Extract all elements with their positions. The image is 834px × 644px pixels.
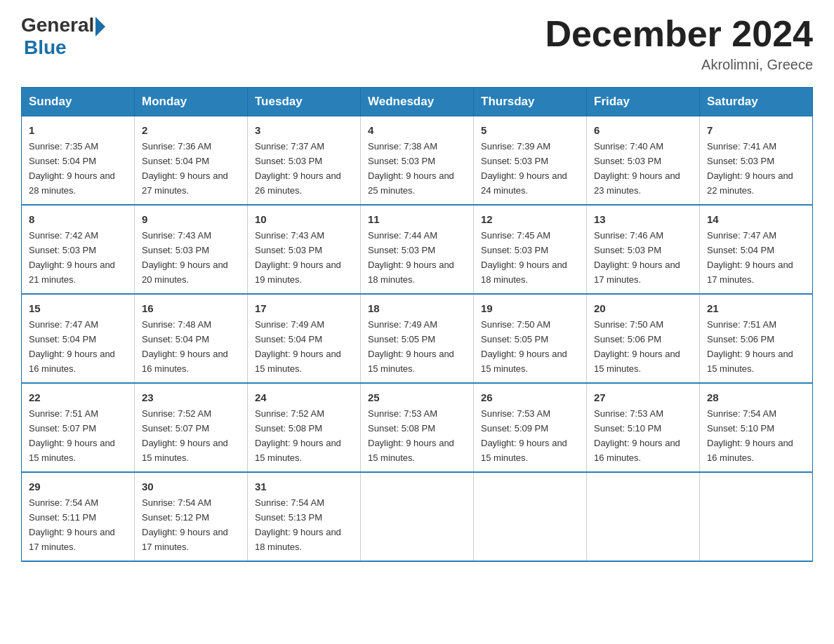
calendar-cell: 11 Sunrise: 7:44 AMSunset: 5:03 PMDaylig… <box>361 205 474 294</box>
day-number: 27 <box>594 389 692 405</box>
day-info: Sunrise: 7:54 AMSunset: 5:13 PMDaylight:… <box>255 497 341 552</box>
day-number: 16 <box>142 300 240 316</box>
calendar-cell <box>587 472 700 561</box>
day-number: 26 <box>481 389 579 405</box>
day-info: Sunrise: 7:54 AMSunset: 5:12 PMDaylight:… <box>142 497 228 552</box>
days-of-week-row: Sunday Monday Tuesday Wednesday Thursday… <box>22 88 813 116</box>
day-number: 24 <box>255 389 353 405</box>
calendar-cell: 29 Sunrise: 7:54 AMSunset: 5:11 PMDaylig… <box>22 472 135 561</box>
day-info: Sunrise: 7:52 AMSunset: 5:07 PMDaylight:… <box>142 408 228 463</box>
col-saturday: Saturday <box>700 88 813 116</box>
col-sunday: Sunday <box>22 88 135 116</box>
day-info: Sunrise: 7:47 AMSunset: 5:04 PMDaylight:… <box>707 230 793 285</box>
calendar-week-row: 1 Sunrise: 7:35 AMSunset: 5:04 PMDayligh… <box>22 116 813 205</box>
calendar-week-row: 15 Sunrise: 7:47 AMSunset: 5:04 PMDaylig… <box>22 294 813 383</box>
day-info: Sunrise: 7:47 AMSunset: 5:04 PMDaylight:… <box>29 319 115 374</box>
logo: General Blue <box>21 14 105 59</box>
calendar-cell: 8 Sunrise: 7:42 AMSunset: 5:03 PMDayligh… <box>22 205 135 294</box>
day-info: Sunrise: 7:36 AMSunset: 5:04 PMDaylight:… <box>142 141 228 196</box>
calendar-cell: 4 Sunrise: 7:38 AMSunset: 5:03 PMDayligh… <box>361 116 474 205</box>
calendar-cell: 2 Sunrise: 7:36 AMSunset: 5:04 PMDayligh… <box>135 116 248 205</box>
day-info: Sunrise: 7:49 AMSunset: 5:04 PMDaylight:… <box>255 319 341 374</box>
day-info: Sunrise: 7:49 AMSunset: 5:05 PMDaylight:… <box>368 319 454 374</box>
day-info: Sunrise: 7:40 AMSunset: 5:03 PMDaylight:… <box>594 141 680 196</box>
calendar-table: Sunday Monday Tuesday Wednesday Thursday… <box>21 87 813 562</box>
calendar-header: Sunday Monday Tuesday Wednesday Thursday… <box>22 88 813 116</box>
month-title: December 2024 <box>545 14 813 54</box>
calendar-cell: 5 Sunrise: 7:39 AMSunset: 5:03 PMDayligh… <box>474 116 587 205</box>
day-number: 6 <box>594 122 692 138</box>
day-info: Sunrise: 7:51 AMSunset: 5:07 PMDaylight:… <box>29 408 115 463</box>
calendar-cell: 25 Sunrise: 7:53 AMSunset: 5:08 PMDaylig… <box>361 383 474 472</box>
logo-arrow-icon <box>95 17 105 36</box>
calendar-cell: 31 Sunrise: 7:54 AMSunset: 5:13 PMDaylig… <box>248 472 361 561</box>
location-text: Akrolimni, Greece <box>545 57 813 73</box>
calendar-cell: 20 Sunrise: 7:50 AMSunset: 5:06 PMDaylig… <box>587 294 700 383</box>
calendar-cell: 10 Sunrise: 7:43 AMSunset: 5:03 PMDaylig… <box>248 205 361 294</box>
day-number: 25 <box>368 389 466 405</box>
day-number: 21 <box>707 300 805 316</box>
day-info: Sunrise: 7:48 AMSunset: 5:04 PMDaylight:… <box>142 319 228 374</box>
calendar-cell: 13 Sunrise: 7:46 AMSunset: 5:03 PMDaylig… <box>587 205 700 294</box>
day-info: Sunrise: 7:45 AMSunset: 5:03 PMDaylight:… <box>481 230 567 285</box>
calendar-cell: 3 Sunrise: 7:37 AMSunset: 5:03 PMDayligh… <box>248 116 361 205</box>
day-info: Sunrise: 7:54 AMSunset: 5:10 PMDaylight:… <box>707 408 793 463</box>
day-info: Sunrise: 7:51 AMSunset: 5:06 PMDaylight:… <box>707 319 793 374</box>
calendar-cell <box>361 472 474 561</box>
day-number: 19 <box>481 300 579 316</box>
calendar-body: 1 Sunrise: 7:35 AMSunset: 5:04 PMDayligh… <box>22 116 813 561</box>
day-number: 14 <box>707 211 805 227</box>
page-header: General Blue December 2024 Akrolimni, Gr… <box>21 14 813 73</box>
day-info: Sunrise: 7:44 AMSunset: 5:03 PMDaylight:… <box>368 230 454 285</box>
calendar-cell: 24 Sunrise: 7:52 AMSunset: 5:08 PMDaylig… <box>248 383 361 472</box>
day-number: 12 <box>481 211 579 227</box>
day-number: 10 <box>255 211 353 227</box>
day-info: Sunrise: 7:50 AMSunset: 5:05 PMDaylight:… <box>481 319 567 374</box>
day-number: 17 <box>255 300 353 316</box>
calendar-cell: 12 Sunrise: 7:45 AMSunset: 5:03 PMDaylig… <box>474 205 587 294</box>
calendar-cell: 14 Sunrise: 7:47 AMSunset: 5:04 PMDaylig… <box>700 205 813 294</box>
col-tuesday: Tuesday <box>248 88 361 116</box>
calendar-cell: 22 Sunrise: 7:51 AMSunset: 5:07 PMDaylig… <box>22 383 135 472</box>
day-number: 2 <box>142 122 240 138</box>
calendar-cell: 15 Sunrise: 7:47 AMSunset: 5:04 PMDaylig… <box>22 294 135 383</box>
day-info: Sunrise: 7:53 AMSunset: 5:08 PMDaylight:… <box>368 408 454 463</box>
day-number: 18 <box>368 300 466 316</box>
calendar-cell <box>700 472 813 561</box>
day-info: Sunrise: 7:50 AMSunset: 5:06 PMDaylight:… <box>594 319 680 374</box>
day-info: Sunrise: 7:43 AMSunset: 5:03 PMDaylight:… <box>142 230 228 285</box>
day-number: 13 <box>594 211 692 227</box>
col-friday: Friday <box>587 88 700 116</box>
col-wednesday: Wednesday <box>361 88 474 116</box>
day-info: Sunrise: 7:38 AMSunset: 5:03 PMDaylight:… <box>368 141 454 196</box>
day-info: Sunrise: 7:39 AMSunset: 5:03 PMDaylight:… <box>481 141 567 196</box>
calendar-cell: 16 Sunrise: 7:48 AMSunset: 5:04 PMDaylig… <box>135 294 248 383</box>
title-block: December 2024 Akrolimni, Greece <box>545 14 813 73</box>
calendar-week-row: 8 Sunrise: 7:42 AMSunset: 5:03 PMDayligh… <box>22 205 813 294</box>
day-info: Sunrise: 7:54 AMSunset: 5:11 PMDaylight:… <box>29 497 115 552</box>
calendar-cell: 26 Sunrise: 7:53 AMSunset: 5:09 PMDaylig… <box>474 383 587 472</box>
col-thursday: Thursday <box>474 88 587 116</box>
day-info: Sunrise: 7:53 AMSunset: 5:10 PMDaylight:… <box>594 408 680 463</box>
day-number: 5 <box>481 122 579 138</box>
day-info: Sunrise: 7:41 AMSunset: 5:03 PMDaylight:… <box>707 141 793 196</box>
day-number: 15 <box>29 300 127 316</box>
calendar-cell: 19 Sunrise: 7:50 AMSunset: 5:05 PMDaylig… <box>474 294 587 383</box>
day-number: 30 <box>142 478 240 495</box>
calendar-week-row: 22 Sunrise: 7:51 AMSunset: 5:07 PMDaylig… <box>22 383 813 472</box>
calendar-cell: 17 Sunrise: 7:49 AMSunset: 5:04 PMDaylig… <box>248 294 361 383</box>
day-info: Sunrise: 7:46 AMSunset: 5:03 PMDaylight:… <box>594 230 680 285</box>
col-monday: Monday <box>135 88 248 116</box>
day-info: Sunrise: 7:53 AMSunset: 5:09 PMDaylight:… <box>481 408 567 463</box>
calendar-cell: 1 Sunrise: 7:35 AMSunset: 5:04 PMDayligh… <box>22 116 135 205</box>
logo-blue-text: Blue <box>24 36 105 59</box>
calendar-cell: 23 Sunrise: 7:52 AMSunset: 5:07 PMDaylig… <box>135 383 248 472</box>
day-number: 11 <box>368 211 466 227</box>
day-number: 7 <box>707 122 805 138</box>
logo-general-text: General <box>21 14 94 36</box>
day-number: 1 <box>29 122 127 138</box>
calendar-cell: 7 Sunrise: 7:41 AMSunset: 5:03 PMDayligh… <box>700 116 813 205</box>
day-info: Sunrise: 7:52 AMSunset: 5:08 PMDaylight:… <box>255 408 341 463</box>
day-info: Sunrise: 7:43 AMSunset: 5:03 PMDaylight:… <box>255 230 341 285</box>
calendar-cell: 18 Sunrise: 7:49 AMSunset: 5:05 PMDaylig… <box>361 294 474 383</box>
